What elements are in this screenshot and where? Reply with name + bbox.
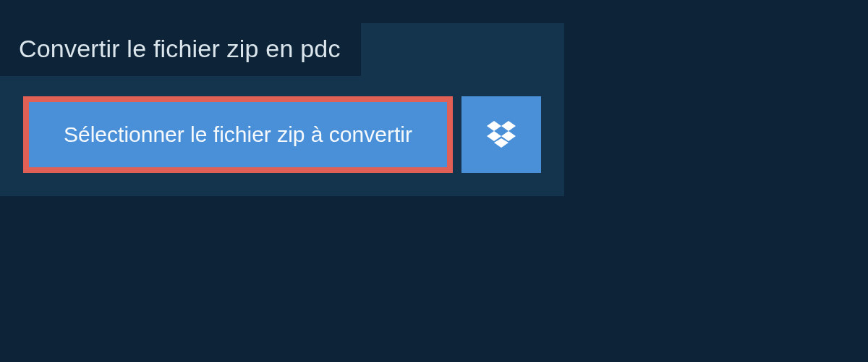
page-title: Convertir le fichier zip en pdc (19, 35, 341, 63)
converter-panel: Convertir le fichier zip en pdc Sélectio… (0, 23, 564, 196)
select-file-label: Sélectionner le fichier zip à convertir (64, 122, 412, 147)
heading-wrap: Convertir le fichier zip en pdc (0, 23, 361, 76)
dropbox-button[interactable] (461, 96, 541, 173)
select-file-button[interactable]: Sélectionner le fichier zip à convertir (23, 96, 453, 173)
dropbox-icon (487, 121, 516, 148)
button-row: Sélectionner le fichier zip à convertir (23, 96, 541, 173)
